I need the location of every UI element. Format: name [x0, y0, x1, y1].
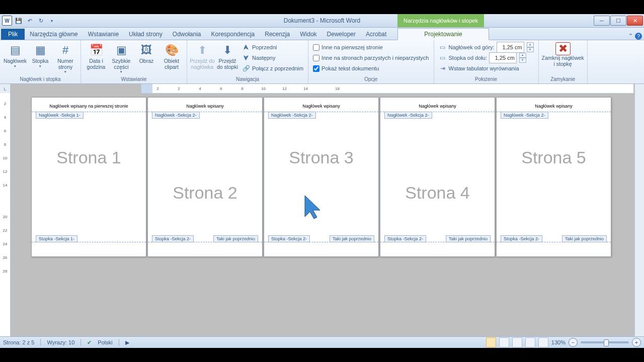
- page-4[interactable]: Nagłówek wpisanyNagłówek -Sekcja 2-Stron…: [380, 97, 495, 257]
- tab-widok[interactable]: Widok: [295, 29, 321, 40]
- header-from-top-row: ▭Nagłówek od góry:▴▾: [437, 42, 535, 52]
- page-5[interactable]: Nagłówek wpisanyNagłówek -Sekcja 2-Stron…: [496, 97, 611, 257]
- tab-projektowanie[interactable]: Projektowanie: [397, 28, 489, 40]
- zoom-percent[interactable]: 130%: [551, 339, 566, 345]
- view-web[interactable]: [512, 337, 522, 347]
- ribbon-collapse-icon[interactable]: ⌃: [628, 33, 633, 40]
- tab-odwo-ania[interactable]: Odwołania: [168, 29, 206, 40]
- header-area[interactable]: Nagłówek wpisany na pierwszej stronie: [32, 98, 146, 112]
- show-doc-text-checkbox[interactable]: Pokaż tekst dokumentu: [311, 63, 430, 73]
- footer-area[interactable]: [380, 242, 495, 256]
- group-position: ▭Nagłówek od góry:▴▾ ▭Stopka od dołu:▴▾ …: [434, 40, 539, 83]
- page-2[interactable]: Nagłówek wpisanyNagłówek -Sekcja 2-Stron…: [147, 97, 263, 257]
- maximize-button[interactable]: ☐: [610, 16, 626, 26]
- status-page[interactable]: Strona: 2 z 5: [3, 339, 34, 345]
- view-draft[interactable]: [538, 337, 548, 347]
- page-1[interactable]: Nagłówek wpisany na pierwszej stronieNag…: [31, 97, 146, 257]
- status-language[interactable]: Polski: [98, 339, 112, 345]
- header-section-tag: Nagłówek -Sekcja 2-: [384, 112, 432, 119]
- page-3[interactable]: Nagłówek wpisanyNagłówek -Sekcja 2-Stron…: [264, 97, 379, 257]
- diff-first-page-checkbox[interactable]: Inne na pierwszej stronie: [311, 42, 430, 52]
- group-label: Wstawianie: [84, 76, 184, 82]
- footer-section-tag: Stopka -Sekcja 2-: [501, 235, 542, 242]
- spinner[interactable]: ▴▾: [519, 53, 526, 63]
- window-title: Dokument3 - Microsoft Word: [0, 17, 644, 24]
- header-area[interactable]: Nagłówek wpisany: [264, 98, 378, 112]
- header-text: Nagłówek wpisany na pierwszej stronie: [32, 104, 146, 109]
- spinner[interactable]: ▴▾: [527, 42, 534, 52]
- header-section-tag: Nagłówek -Sekcja 2-: [152, 112, 200, 119]
- qat-more-icon[interactable]: ▾: [47, 16, 56, 25]
- page-canvas[interactable]: Nagłówek wpisany na pierwszej stronieNag…: [10, 93, 635, 336]
- tab-deweloper[interactable]: Deweloper: [322, 29, 361, 40]
- header-section-tag: Nagłówek -Sekcja 1-: [36, 112, 84, 119]
- next-icon: ⮟: [242, 54, 250, 62]
- footer-section-tag: Stopka -Sekcja 2-: [268, 235, 310, 242]
- page-body-text: Strona 3: [264, 148, 378, 167]
- close-header-footer-button[interactable]: ✖Zamknij nagłówek i stopkę: [542, 41, 584, 75]
- status-words[interactable]: Wyrazy: 10: [47, 339, 74, 345]
- same-as-previous-tag: Taki jak poprzednio: [213, 235, 258, 242]
- clipart-button[interactable]: 🎨Obiekt clipart: [159, 41, 184, 75]
- link-previous-button[interactable]: 🔗Połącz z poprzednim: [240, 63, 305, 73]
- header-area[interactable]: Nagłówek wpisany: [380, 98, 495, 112]
- file-tab[interactable]: Plik: [1, 29, 25, 40]
- header-area[interactable]: Nagłówek wpisany: [148, 98, 262, 112]
- footer-area[interactable]: [264, 242, 378, 256]
- footer-section-tag: Stopka -Sekcja 1-: [36, 235, 77, 242]
- proofing-icon[interactable]: ✔: [87, 339, 92, 346]
- page-number-button[interactable]: #Numer strony▾: [53, 41, 77, 75]
- macro-icon[interactable]: ▶: [125, 339, 129, 346]
- minimize-button[interactable]: ─: [594, 16, 610, 26]
- next-button[interactable]: ⮟Następny: [240, 53, 305, 63]
- header-section-tag: Nagłówek -Sekcja 2-: [501, 112, 548, 119]
- tab-recenzja[interactable]: Recenzja: [260, 29, 295, 40]
- group-label: Zamykanie: [542, 76, 584, 82]
- header-button[interactable]: ▤Nagłówek▾: [3, 41, 27, 75]
- zoom-out-button[interactable]: −: [569, 338, 578, 347]
- group-label: Nawigacja: [190, 76, 305, 82]
- quick-parts-button[interactable]: ▣Szybkie części▾: [109, 41, 133, 75]
- previous-button[interactable]: ⮝Poprzedni: [240, 42, 305, 52]
- tab-wstawianie[interactable]: Wstawianie: [83, 29, 124, 40]
- tab-narzędzia-g-ówne[interactable]: Narzędzia główne: [25, 29, 83, 40]
- view-outline[interactable]: [525, 337, 535, 347]
- document-area: L 2246810121418 24681012142022242628 Nag…: [0, 84, 644, 336]
- picture-button[interactable]: 🖼Obraz: [134, 41, 158, 75]
- help-icon[interactable]: ?: [635, 33, 642, 40]
- header-text: Nagłówek wpisany: [380, 104, 495, 109]
- clipart-icon: 🎨: [164, 42, 180, 58]
- header-area[interactable]: Nagłówek wpisany: [497, 98, 611, 112]
- group-label: Nagłówek i stopka: [3, 76, 77, 82]
- insert-align-tab-button[interactable]: ⇥Wstaw tabulator wyrównania: [437, 63, 535, 73]
- redo-icon[interactable]: ↻: [36, 16, 45, 25]
- page-body-text: Strona 5: [497, 148, 611, 167]
- vertical-ruler[interactable]: 24681012142022242628: [0, 93, 11, 336]
- footer-area[interactable]: [497, 242, 611, 256]
- context-tab-title: Narzędzia nagłówków i stopek: [397, 14, 484, 27]
- tab-acrobat[interactable]: Acrobat: [361, 29, 391, 40]
- view-full-screen[interactable]: [499, 337, 509, 347]
- footer-button[interactable]: ▦Stopka▾: [28, 41, 52, 75]
- undo-icon[interactable]: ↶: [25, 16, 34, 25]
- close-button[interactable]: ✕: [627, 16, 643, 26]
- footer-area[interactable]: [148, 242, 262, 256]
- tab-korespondencja[interactable]: Korespondencja: [206, 29, 260, 40]
- link-icon: 🔗: [242, 64, 250, 72]
- save-icon[interactable]: 💾: [14, 16, 23, 25]
- view-print-layout[interactable]: [486, 337, 496, 347]
- goto-footer-button[interactable]: ⬇Przejdź do stopki: [215, 41, 239, 75]
- zoom-in-button[interactable]: +: [632, 338, 641, 347]
- group-close: ✖Zamknij nagłówek i stopkę Zamykanie: [539, 40, 588, 83]
- goto-header-icon: ⬆: [194, 42, 210, 58]
- zoom-slider[interactable]: [581, 341, 629, 343]
- margin-bottom-icon: ▭: [439, 54, 447, 62]
- footer-bottom-input[interactable]: [489, 52, 517, 63]
- footer-area[interactable]: [32, 242, 146, 256]
- diff-odd-even-checkbox[interactable]: Inne na stronach parzystych i nieparzyst…: [311, 53, 430, 63]
- horizontal-ruler[interactable]: 2246810121418: [141, 84, 634, 94]
- date-time-button[interactable]: 📅Data i godzina: [84, 41, 108, 75]
- tab-uk-ad-strony[interactable]: Układ strony: [124, 29, 168, 40]
- header-top-input[interactable]: [497, 42, 524, 53]
- footer-icon: ▦: [32, 42, 48, 58]
